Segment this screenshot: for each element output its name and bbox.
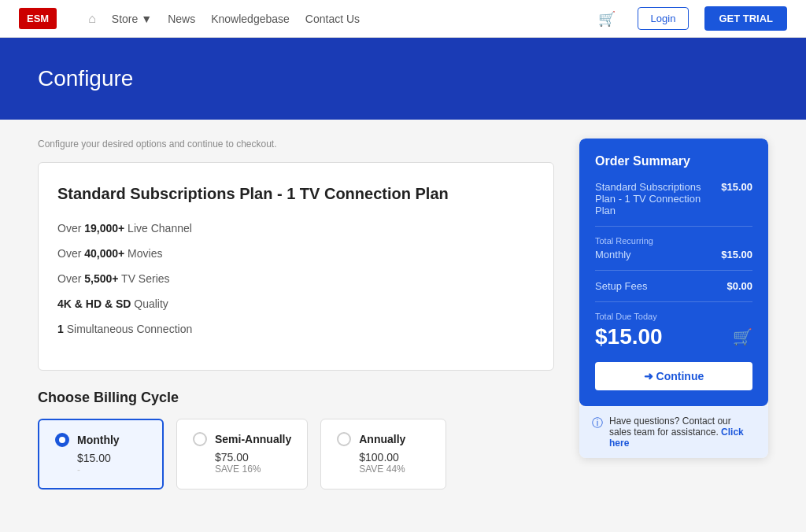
feature-quality: 4K & HD & SD Quality xyxy=(57,297,534,310)
billing-section: Choose Billing Cycle Monthly $15.00 - Se… xyxy=(38,390,554,490)
info-icon: ⓘ xyxy=(592,416,603,430)
order-monthly-price: $15.00 xyxy=(721,249,752,260)
page-title: Configure xyxy=(38,66,768,91)
order-plan-row: Standard Subscriptions Plan - 1 TV Conne… xyxy=(595,181,752,216)
order-divider-1 xyxy=(595,226,752,227)
billing-annually-label: Annually xyxy=(359,433,405,445)
feature-live-channel: Over 19,000+ Live Channel xyxy=(57,222,534,235)
order-summary: Order Summary Standard Subscriptions Pla… xyxy=(579,139,768,458)
order-setup-price: $0.00 xyxy=(727,280,752,292)
order-help: ⓘ Have questions? Contact our sales team… xyxy=(579,406,768,458)
order-monthly-row: Monthly $15.00 xyxy=(595,249,752,260)
continue-button[interactable]: ➜ Continue xyxy=(595,362,752,390)
order-box: Order Summary Standard Subscriptions Pla… xyxy=(579,139,768,406)
hero-banner: Configure xyxy=(0,38,806,120)
radio-monthly[interactable] xyxy=(55,433,69,447)
news-link[interactable]: News xyxy=(168,13,195,25)
configure-hint: Configure your desired options and conti… xyxy=(38,139,554,150)
navbar: ESM ⌂ Store ▼ News Knowledgebase Contact… xyxy=(0,0,806,38)
billing-semi-annually-save: SAVE 16% xyxy=(215,464,291,475)
billing-semi-annually-price: $75.00 xyxy=(215,451,291,464)
order-title: Order Summary xyxy=(595,154,752,168)
billing-option-semi-annually[interactable]: Semi-Annually $75.00 SAVE 16% xyxy=(176,419,308,490)
store-chevron-icon: ▼ xyxy=(141,13,152,25)
order-total-amount: $15.00 🛒 xyxy=(595,324,752,349)
live-channel-count: 19,000+ xyxy=(84,222,124,235)
order-setup-label: Setup Fees xyxy=(595,280,727,292)
order-divider-3 xyxy=(595,301,752,302)
order-recurring-label: Total Recurring xyxy=(595,236,752,246)
connections-count: 1 xyxy=(57,323,64,335)
order-monthly-label: Monthly xyxy=(595,249,721,260)
knowledgebase-link[interactable]: Knowledgebase xyxy=(211,13,290,25)
tv-series-count: 5,500+ xyxy=(84,272,118,285)
main-content: Configure your desired options and conti… xyxy=(0,120,806,508)
billing-title: Choose Billing Cycle xyxy=(38,390,554,406)
cart-icon[interactable]: 🛒 xyxy=(598,10,616,28)
billing-options: Monthly $15.00 - Semi-Annually $75.00 SA… xyxy=(38,419,554,490)
order-setup-row: Setup Fees $0.00 xyxy=(595,280,752,292)
left-column: Configure your desired options and conti… xyxy=(38,139,554,490)
order-divider-2 xyxy=(595,270,752,271)
feature-connections: 1 Simultaneous Connection xyxy=(57,323,534,335)
order-cart-icon: 🛒 xyxy=(733,327,752,346)
order-wrapper: Order Summary Standard Subscriptions Pla… xyxy=(579,139,768,458)
feature-tv-series: Over 5,500+ TV Series xyxy=(57,272,534,285)
billing-option-monthly[interactable]: Monthly $15.00 - xyxy=(38,419,164,490)
radio-annually[interactable] xyxy=(337,432,351,446)
store-link[interactable]: Store ▼ xyxy=(112,13,152,25)
quality-label: 4K & HD & SD xyxy=(57,297,131,310)
billing-monthly-price: $15.00 xyxy=(77,452,146,464)
billing-annually-save: SAVE 44% xyxy=(359,464,430,475)
radio-semi-annually[interactable] xyxy=(193,432,207,446)
contact-link[interactable]: Contact Us xyxy=(305,13,360,25)
nav-links: ⌂ Store ▼ News Knowledgebase Contact Us … xyxy=(88,6,787,31)
plan-title: Standard Subscriptions Plan - 1 TV Conne… xyxy=(57,185,534,203)
feature-movies: Over 40,000+ Movies xyxy=(57,247,534,260)
order-plan-price: $15.00 xyxy=(721,181,752,193)
billing-semi-annually-label: Semi-Annually xyxy=(215,433,291,445)
order-help-text: Have questions? Contact our sales team f… xyxy=(609,416,756,449)
movies-count: 40,000+ xyxy=(84,247,124,260)
order-total-price: $15.00 xyxy=(595,324,663,349)
home-icon[interactable]: ⌂ xyxy=(88,12,96,26)
logo: ESM xyxy=(19,8,57,29)
get-trial-button[interactable]: GET TRIAL xyxy=(704,6,787,31)
logo-text: ESM xyxy=(19,8,57,29)
billing-monthly-save: - xyxy=(77,464,146,475)
billing-option-annually[interactable]: Annually $100.00 SAVE 44% xyxy=(320,419,446,490)
order-total-label: Total Due Today xyxy=(595,312,752,321)
order-plan-name: Standard Subscriptions Plan - 1 TV Conne… xyxy=(595,181,721,216)
billing-monthly-label: Monthly xyxy=(77,434,120,446)
login-button[interactable]: Login xyxy=(638,7,690,30)
plan-card: Standard Subscriptions Plan - 1 TV Conne… xyxy=(38,162,554,371)
billing-annually-price: $100.00 xyxy=(359,451,430,464)
